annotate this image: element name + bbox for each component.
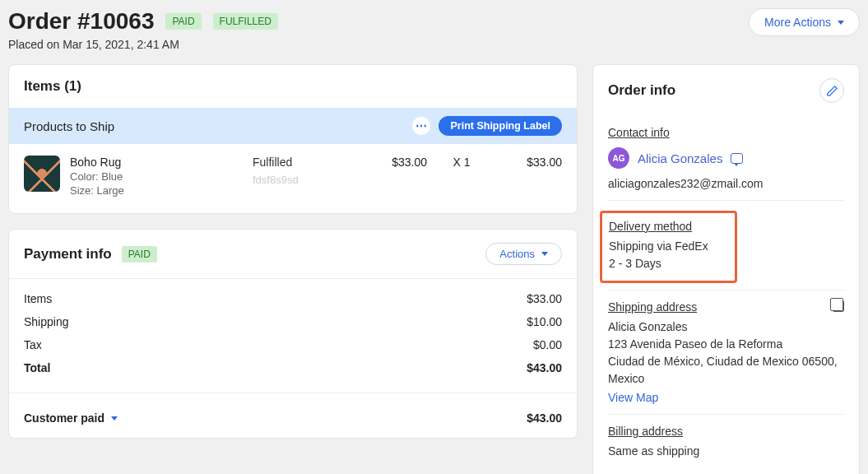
payment-row-total: Total $43.00 [24, 356, 562, 379]
delivery-line-2: 2 - 3 Days [609, 255, 726, 272]
order-info-header: Order info [593, 65, 859, 116]
order-info-title: Order info [608, 82, 675, 99]
billing-text: Same as shipping [608, 443, 844, 460]
more-actions-label: More Actions [764, 16, 831, 29]
copy-icon[interactable] [833, 300, 844, 312]
status-badge-fulfilled: FULFILLED [213, 13, 278, 30]
order-page: Order #10063 PAID FULFILLED Placed on Ma… [0, 0, 868, 474]
order-info-card: Order info Contact info AG Alicia Gonzal… [592, 64, 860, 474]
item-description: Boho Rug Color: Blue Size: Large [70, 156, 243, 197]
ship-addr-line-1: 123 Avenida Paseo de la Reforma [608, 336, 844, 353]
chat-icon[interactable] [731, 153, 743, 164]
payment-shipping-value: $10.00 [527, 315, 562, 328]
payment-row-shipping: Shipping $10.00 [24, 310, 562, 333]
item-unit-price: $33.00 [361, 156, 427, 169]
delivery-method-label: Delivery method [609, 220, 692, 233]
chevron-down-icon [541, 252, 548, 256]
item-status: Fulfilled fdsf8s9sd [253, 156, 351, 186]
more-dots-button[interactable]: ⋯ [412, 117, 430, 135]
payment-row-items: Items $33.00 [24, 287, 562, 310]
right-column: Order info Contact info AG Alicia Gonzal… [592, 64, 860, 474]
contact-email: aliciagonzales232@zmail.com [608, 177, 844, 190]
ship-bar-label: Products to Ship [24, 119, 114, 133]
products-to-ship-bar: Products to Ship ⋯ Print Shipping Label [9, 108, 577, 144]
payment-total-label: Total [24, 361, 50, 374]
payment-title-group: Payment info PAID [24, 246, 157, 263]
contact-name-link[interactable]: Alicia Gonzales [638, 151, 722, 165]
title-line: Order #10063 PAID FULFILLED [8, 8, 278, 35]
customer-paid-value: $43.00 [527, 411, 562, 425]
chevron-down-icon [111, 416, 118, 421]
payment-card: Payment info PAID Actions Items $33.00 [8, 229, 578, 439]
items-card: Items (1) Products to Ship ⋯ Print Shipp… [8, 64, 578, 214]
shipping-address-label: Shipping address [608, 300, 697, 314]
payment-actions-label: Actions [499, 248, 535, 260]
payment-breakdown: Items $33.00 Shipping $10.00 Tax $0.00 T… [9, 284, 577, 388]
items-title: Items (1) [24, 78, 81, 95]
print-shipping-label-button[interactable]: Print Shipping Label [439, 116, 562, 136]
contact-info-label: Contact info [608, 126, 670, 139]
page-title: Order #10063 [8, 8, 154, 35]
delivery-method-section: Delivery method Shipping via FedEx 2 - 3… [608, 200, 844, 290]
payment-title: Payment info [24, 246, 112, 263]
payment-tax-value: $0.00 [533, 338, 562, 351]
edit-order-info-button[interactable] [819, 78, 844, 103]
item-sku: fdsf8s9sd [253, 174, 351, 186]
customer-paid-label: Customer paid [24, 411, 104, 425]
ship-addr-line-2: Ciudad de México, Ciudad de Mexico 06500… [608, 353, 844, 388]
payment-actions-button[interactable]: Actions [485, 243, 562, 265]
payment-tax-label: Tax [24, 338, 42, 351]
customer-paid-row: Customer paid $43.00 [9, 398, 577, 438]
delivery-method-highlight: Delivery method Shipping via FedEx 2 - 3… [600, 211, 737, 283]
ellipsis-icon: ⋯ [415, 119, 427, 132]
main-columns: Items (1) Products to Ship ⋯ Print Shipp… [8, 64, 860, 474]
page-header: Order #10063 PAID FULFILLED Placed on Ma… [8, 8, 860, 51]
billing-address-label: Billing address [608, 425, 683, 438]
product-thumbnail[interactable] [24, 156, 60, 192]
order-info-body: Contact info AG Alicia Gonzales aliciago… [593, 116, 859, 474]
payment-items-label: Items [24, 292, 52, 305]
shipping-address-head: Shipping address [608, 300, 844, 318]
status-badge-paid: PAID [165, 13, 201, 30]
delivery-line-1: Shipping via FedEx [609, 238, 726, 255]
items-card-header: Items (1) [9, 65, 577, 108]
item-color: Color: Blue [70, 170, 243, 183]
ship-name: Alicia Gonzales [608, 318, 844, 336]
divider [9, 393, 577, 393]
item-status-text: Fulfilled [253, 156, 351, 169]
avatar[interactable]: AG [608, 147, 629, 169]
payment-row-tax: Tax $0.00 [24, 333, 562, 356]
header-left: Order #10063 PAID FULFILLED Placed on Ma… [8, 8, 278, 51]
payment-header: Payment info PAID Actions [9, 230, 577, 273]
payment-badge-paid: PAID [122, 246, 157, 263]
billing-address-section: Billing address Same as shipping [608, 414, 844, 470]
chevron-down-icon [838, 21, 844, 25]
contact-info-section: Contact info AG Alicia Gonzales aliciago… [608, 116, 844, 200]
payment-total-value: $43.00 [527, 361, 562, 374]
placed-on-text: Placed on Mar 15, 2021, 2:41 AM [8, 38, 278, 51]
payment-items-value: $33.00 [527, 292, 562, 305]
ship-bar-actions: ⋯ Print Shipping Label [412, 116, 562, 136]
left-column: Items (1) Products to Ship ⋯ Print Shipp… [8, 64, 578, 439]
item-name: Boho Rug [70, 156, 243, 169]
item-line-total: $33.00 [496, 156, 562, 169]
pencil-icon [826, 85, 838, 97]
customer-paid-toggle[interactable]: Customer paid [24, 411, 118, 425]
item-quantity: X 1 [437, 156, 486, 169]
shipping-address-section: Shipping address Alicia Gonzales 123 Ave… [608, 290, 844, 414]
contact-row: AG Alicia Gonzales [608, 147, 844, 169]
view-map-link[interactable]: View Map [608, 391, 658, 404]
divider [9, 278, 577, 279]
item-size: Size: Large [70, 184, 243, 197]
order-item-row: Boho Rug Color: Blue Size: Large Fulfill… [9, 144, 577, 213]
payment-shipping-label: Shipping [24, 315, 69, 328]
more-actions-button[interactable]: More Actions [749, 8, 860, 36]
